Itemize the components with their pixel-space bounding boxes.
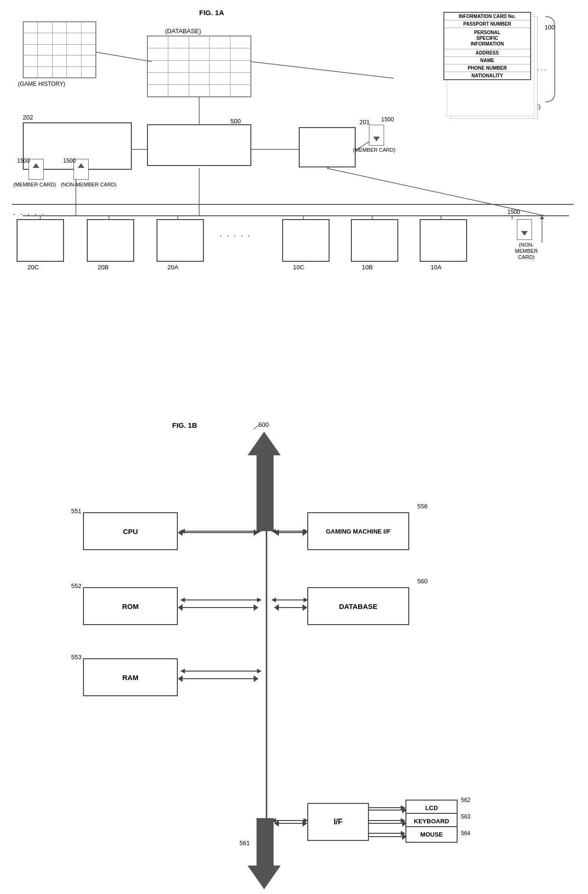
if-box: I/F bbox=[307, 803, 369, 841]
gaming-machine-if-box: GAMING MACHINE I/F bbox=[307, 512, 409, 550]
machine-20a bbox=[156, 219, 204, 262]
label-10c: 10C bbox=[293, 264, 304, 271]
block-201 bbox=[299, 127, 356, 167]
cpu-box: CPU bbox=[83, 512, 178, 550]
ref-database-1b: 560 bbox=[417, 578, 428, 585]
ref-201: 201 bbox=[359, 119, 370, 126]
ref-rom: 552 bbox=[71, 582, 82, 590]
ram-arrow bbox=[178, 675, 258, 682]
ref-cpu: 551 bbox=[71, 507, 82, 515]
fig1b-title: FIG. 1B bbox=[172, 421, 197, 429]
arrow-up-big bbox=[248, 432, 281, 455]
rom-arrow bbox=[178, 604, 258, 611]
database-box bbox=[147, 36, 251, 97]
game-history-label: (GAME HISTORY) bbox=[18, 81, 65, 87]
arrow-down-stem bbox=[257, 818, 274, 866]
fig1a-title: FIG. 1A bbox=[199, 9, 224, 17]
keyboard-arrow bbox=[369, 820, 407, 827]
label-10a: 10A bbox=[431, 264, 441, 271]
machine-10a bbox=[420, 219, 467, 262]
database-1b-box: DATABASE bbox=[307, 587, 409, 625]
database-label: (DATABASE) bbox=[165, 28, 201, 35]
member-card-label-right: (MEMBER CARD) bbox=[353, 147, 395, 153]
ref-500: 500 bbox=[230, 118, 241, 125]
game-history-box bbox=[23, 21, 96, 78]
ref-500-1b: 500 bbox=[258, 421, 269, 428]
machine-20c bbox=[17, 219, 64, 262]
svg-marker-26 bbox=[257, 669, 262, 673]
ram-box: RAM bbox=[83, 658, 178, 696]
lcd-arrow bbox=[369, 807, 407, 813]
ref-1500-machines: 1500 bbox=[507, 209, 520, 215]
machine-10c bbox=[282, 219, 330, 262]
member-card-202 bbox=[28, 159, 44, 181]
ref-gaming-if: 556 bbox=[417, 503, 428, 510]
ref-ram: 553 bbox=[71, 654, 82, 661]
card-row-info-no: INFORMATION CARD No. bbox=[444, 13, 530, 20]
middle-dots: · · · · · bbox=[220, 231, 251, 240]
svg-marker-27 bbox=[180, 669, 185, 673]
label-20a: 20A bbox=[167, 264, 178, 271]
machine-10b bbox=[351, 219, 398, 262]
member-database-stack: INFORMATION CARD No. PASSPORT NUMBER PER… bbox=[443, 12, 533, 80]
ref-mouse: 564 bbox=[461, 830, 470, 837]
label-20c: 20C bbox=[28, 264, 39, 271]
member-card-right bbox=[369, 125, 384, 147]
svg-line-1 bbox=[251, 62, 394, 78]
card-row-personal: PERSONALSPECIFICINFORMATION bbox=[444, 28, 530, 49]
top-bus-line bbox=[12, 204, 574, 205]
card-row-phone: PHONE NUMBER bbox=[444, 65, 530, 72]
nonmember-card-machines bbox=[517, 219, 532, 241]
mouse-box: MOUSE bbox=[405, 826, 458, 843]
mouse-arrow bbox=[369, 833, 407, 840]
svg-marker-23 bbox=[257, 598, 262, 602]
label-20b: 20B bbox=[98, 264, 109, 271]
arrow-down-big bbox=[248, 866, 281, 889]
ref-1500-right: 1500 bbox=[381, 116, 394, 123]
card-row-address: ADDRESS bbox=[444, 49, 530, 57]
svg-marker-24 bbox=[180, 598, 185, 602]
database-arrow bbox=[274, 604, 307, 611]
ref-lcd: 562 bbox=[461, 797, 470, 803]
ref-100: 100 bbox=[544, 24, 555, 31]
svg-marker-33 bbox=[271, 598, 276, 602]
card-row-name: NAME bbox=[444, 57, 530, 65]
left-dots: · · · · · bbox=[13, 210, 45, 219]
cpu-arrow bbox=[178, 529, 258, 536]
arrow-up-stem bbox=[257, 455, 274, 531]
ref-1500-a: 1500 bbox=[17, 157, 30, 164]
label-10b: 10B bbox=[362, 264, 373, 271]
card-row-nationality: NATIONALITY bbox=[444, 72, 530, 79]
ref-202: 202 bbox=[23, 114, 33, 121]
svg-marker-18 bbox=[540, 216, 544, 219]
ref-if: 561 bbox=[239, 839, 250, 847]
ref-1500-b: 1500 bbox=[63, 157, 76, 164]
gaming-if-arrow bbox=[274, 529, 307, 536]
svg-line-0 bbox=[96, 52, 152, 62]
machine-20b bbox=[87, 219, 134, 262]
card-stack-dots: · · · bbox=[537, 65, 546, 73]
card-row-passport: PASSPORT NUMBER bbox=[444, 20, 530, 28]
if-arrow bbox=[274, 820, 307, 827]
server-500 bbox=[147, 124, 251, 166]
nonmember-card-label-machines: (NON-MEMBERCARD) bbox=[510, 242, 543, 261]
member-card-label-left: (MEMBER CARD) bbox=[13, 182, 56, 187]
rom-box: ROM bbox=[83, 587, 178, 625]
nonmember-card-label-left: (NON-MEMBER CARD) bbox=[61, 182, 117, 187]
ref-keyboard: 563 bbox=[461, 813, 470, 820]
